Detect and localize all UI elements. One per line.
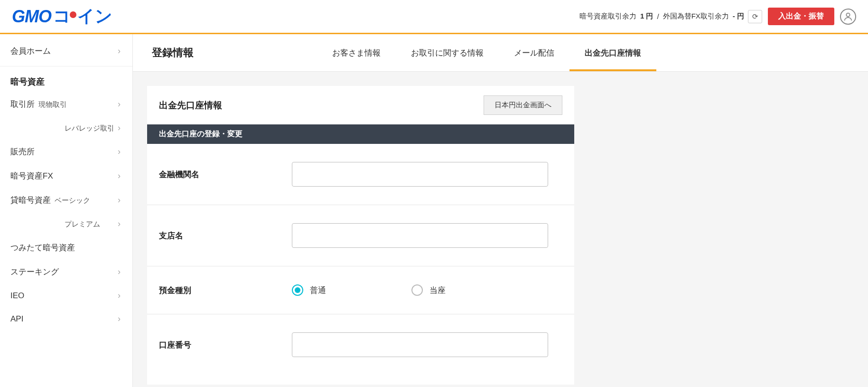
deposit-transfer-button[interactable]: 入出金・振替 xyxy=(768,8,834,25)
logo[interactable]: GMO コイン xyxy=(12,5,112,28)
branch-name-input[interactable] xyxy=(292,223,548,248)
radio-icon xyxy=(411,284,423,296)
chevron-right-icon: › xyxy=(118,267,121,277)
user-avatar-button[interactable] xyxy=(840,9,856,25)
tab-0[interactable]: お客さま情報 xyxy=(317,35,396,71)
sidebar-item-sublabel: プレミアム xyxy=(65,220,100,228)
sidebar-item-label: 貸暗号資産 xyxy=(10,196,51,205)
chevron-right-icon: › xyxy=(118,46,121,56)
logo-gmo-text: GMO xyxy=(12,7,51,27)
refresh-icon: ⟳ xyxy=(752,12,758,21)
sidebar-home[interactable]: 会員ホーム › xyxy=(0,36,132,66)
chevron-right-icon: › xyxy=(118,123,121,133)
sidebar: 会員ホーム › 暗号資産 取引所現物取引›レバレッジ取引›販売所›暗号資産FX›… xyxy=(0,34,133,387)
section-bar: 出金先口座の登録・変更 xyxy=(147,124,574,144)
form-row-deposit-type: 預金種別 普通 当座 xyxy=(147,266,574,314)
sidebar-item-4[interactable]: 貸暗号資産ベーシック› xyxy=(0,188,132,212)
logo-coin-text-1: コ xyxy=(53,6,71,26)
logo-coin-text-2: イン xyxy=(77,6,112,26)
sidebar-item-label: ステーキング xyxy=(10,267,59,276)
app-header: GMO コイン 暗号資産取引余力 1 円 / 外国為替FX取引余力 - 円 ⟳ … xyxy=(0,0,868,34)
header-right: 暗号資産取引余力 1 円 / 外国為替FX取引余力 - 円 ⟳ 入出金・振替 xyxy=(579,8,856,25)
logo-dot-icon xyxy=(70,11,76,18)
account-number-label: 口座番号 xyxy=(159,340,292,350)
sidebar-item-2[interactable]: 販売所› xyxy=(0,140,132,164)
chevron-right-icon: › xyxy=(118,147,121,157)
fx-balance-label: 外国為替FX取引余力 xyxy=(663,12,729,21)
main-content: 登録情報 お客さま情報お取引に関する情報メール配信出金先口座情報 出金先口座情報… xyxy=(133,34,868,387)
form-row-account-number: 口座番号 xyxy=(147,314,574,375)
sidebar-item-label: IEO xyxy=(10,291,24,300)
panel-title: 出金先口座情報 xyxy=(159,99,222,112)
withdrawal-account-panel: 出金先口座情報 日本円出金画面へ 出金先口座の登録・変更 金融機関名 支店名 xyxy=(147,86,574,385)
sidebar-item-sublabel: 現物取引 xyxy=(38,100,67,108)
sidebar-item-9[interactable]: API› xyxy=(0,307,132,330)
sidebar-home-label: 会員ホーム xyxy=(10,46,51,57)
page-header: 登録情報 お客さま情報お取引に関する情報メール配信出金先口座情報 xyxy=(133,34,868,72)
radio-ordinary-label: 普通 xyxy=(310,285,326,296)
sidebar-item-label: API xyxy=(10,314,23,323)
radio-current[interactable]: 当座 xyxy=(411,284,446,296)
bank-name-label: 金融機関名 xyxy=(159,169,292,180)
chevron-right-icon: › xyxy=(118,195,121,205)
chevron-right-icon: › xyxy=(118,314,121,324)
sidebar-item-3[interactable]: 暗号資産FX› xyxy=(0,164,132,188)
jpy-withdraw-button[interactable]: 日本円出金画面へ xyxy=(484,95,562,115)
chevron-right-icon: › xyxy=(118,291,121,301)
tab-3[interactable]: 出金先口座情報 xyxy=(569,35,656,71)
deposit-type-label: 預金種別 xyxy=(159,285,292,296)
sidebar-item-label: 暗号資産FX xyxy=(10,171,53,180)
user-icon xyxy=(843,11,853,22)
fx-balance-value: - 円 xyxy=(733,12,744,21)
page-title: 登録情報 xyxy=(147,34,198,71)
form-row-bank: 金融機関名 xyxy=(147,144,574,205)
chevron-right-icon: › xyxy=(118,99,121,109)
crypto-balance-value: 1 円 xyxy=(640,12,653,21)
branch-name-label: 支店名 xyxy=(159,230,292,241)
sidebar-item-label: つみたて暗号資産 xyxy=(10,243,75,252)
panel-head: 出金先口座情報 日本円出金画面へ xyxy=(147,86,574,124)
sidebar-item-label: 取引所 xyxy=(10,100,35,109)
sidebar-item-sublabel: レバレッジ取引 xyxy=(65,124,114,132)
account-number-input[interactable] xyxy=(292,332,548,357)
sidebar-item-0[interactable]: 取引所現物取引› xyxy=(0,92,132,116)
sidebar-item-7[interactable]: ステーキング› xyxy=(0,260,132,284)
tab-1[interactable]: お取引に関する情報 xyxy=(396,35,499,71)
refresh-button[interactable]: ⟳ xyxy=(748,10,762,23)
sidebar-item-sublabel: ベーシック xyxy=(55,196,90,204)
radio-ordinary[interactable]: 普通 xyxy=(292,284,326,296)
svg-point-0 xyxy=(846,13,849,16)
tab-2[interactable]: メール配信 xyxy=(499,35,569,71)
radio-current-label: 当座 xyxy=(429,285,446,296)
sidebar-item-8[interactable]: IEO› xyxy=(0,284,132,307)
separator: / xyxy=(657,12,659,20)
sidebar-section-crypto: 暗号資産 xyxy=(0,66,132,92)
crypto-balance-label: 暗号資産取引余力 xyxy=(579,12,636,21)
chevron-right-icon: › xyxy=(118,171,121,181)
sidebar-item-6[interactable]: つみたて暗号資産 xyxy=(0,236,132,260)
form-row-branch: 支店名 xyxy=(147,205,574,266)
tabs: お客さま情報お取引に関する情報メール配信出金先口座情報 xyxy=(317,35,656,71)
deposit-type-radio-group: 普通 当座 xyxy=(292,284,562,296)
bank-name-input[interactable] xyxy=(292,162,548,187)
chevron-right-icon: › xyxy=(118,219,121,229)
radio-icon xyxy=(292,284,303,296)
balance-info: 暗号資産取引余力 1 円 / 外国為替FX取引余力 - 円 ⟳ xyxy=(579,10,762,23)
sidebar-item-5[interactable]: プレミアム› xyxy=(0,212,132,236)
sidebar-item-1[interactable]: レバレッジ取引› xyxy=(0,116,132,140)
sidebar-item-label: 販売所 xyxy=(10,147,35,156)
